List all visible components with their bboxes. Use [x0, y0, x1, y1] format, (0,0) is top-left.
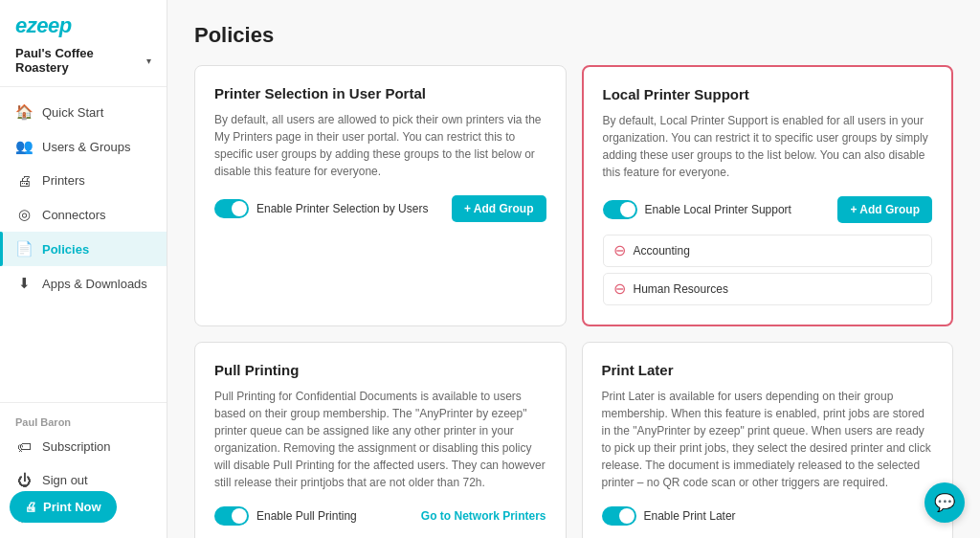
card-footer: Enable Pull Printing Go to Network Print… — [214, 506, 546, 526]
group-list: ⊖ Accounting ⊖ Human Resources — [603, 235, 933, 305]
sidebar-item-label: Subscription — [42, 439, 111, 454]
card-description: By default, Local Printer Support is ena… — [603, 112, 933, 181]
tag-icon: 🏷 — [15, 438, 33, 455]
card-footer: Enable Local Printer Support + Add Group — [603, 196, 933, 223]
sidebar: ezeep Paul's Coffee Roastery ▾ 🏠 Quick S… — [0, 0, 167, 538]
toggle-row: Enable Print Later — [602, 506, 736, 526]
org-selector[interactable]: Paul's Coffee Roastery ▾ — [0, 46, 167, 82]
toggle-row: Enable Local Printer Support — [603, 200, 791, 219]
page-title: Policies — [194, 23, 953, 48]
chat-icon: 💬 — [934, 492, 955, 513]
enable-local-printer-toggle[interactable] — [603, 200, 637, 219]
user-name: Paul Baron — [0, 411, 167, 430]
sidebar-nav: 🏠 Quick Start 👥 Users & Groups 🖨 Printer… — [0, 91, 167, 402]
connectors-icon: ◎ — [15, 206, 33, 223]
print-now-button[interactable]: 🖨 Print Now — [10, 491, 117, 523]
toggle-label: Enable Printer Selection by Users — [256, 202, 428, 215]
group-name: Human Resources — [634, 282, 728, 296]
policies-icon: 📄 — [15, 240, 33, 258]
enable-print-later-toggle[interactable] — [602, 506, 636, 526]
home-icon: 🏠 — [15, 103, 33, 121]
remove-group-icon[interactable]: ⊖ — [613, 243, 626, 258]
printer-icon: 🖨 — [15, 172, 33, 189]
policy-card-print-later: Print Later Print Later is available for… — [582, 342, 954, 538]
print-icon: 🖨 — [25, 500, 37, 514]
chevron-down-icon: ▾ — [146, 56, 151, 66]
toggle-label: Enable Pull Printing — [256, 509, 357, 523]
sidebar-item-quick-start[interactable]: 🏠 Quick Start — [0, 95, 167, 129]
go-to-network-printers-link[interactable]: Go to Network Printers — [421, 509, 546, 523]
card-description: Print Later is available for users depen… — [602, 388, 934, 491]
card-footer: Enable Printer Selection by Users + Add … — [214, 195, 546, 222]
card-title: Local Printer Support — [603, 86, 933, 102]
sidebar-item-connectors[interactable]: ◎ Connectors — [0, 197, 167, 232]
group-name: Accounting — [634, 244, 690, 258]
card-description: By default, all users are allowed to pic… — [214, 111, 546, 180]
chat-fab-button[interactable]: 💬 — [924, 482, 965, 523]
download-icon: ⬇ — [15, 275, 33, 292]
card-footer: Enable Print Later — [602, 506, 934, 526]
toggle-row: Enable Pull Printing — [214, 506, 357, 526]
add-group-button[interactable]: + Add Group — [837, 196, 932, 223]
group-item-human-resources: ⊖ Human Resources — [603, 273, 933, 305]
app-logo: ezeep — [15, 13, 151, 38]
toggle-label: Enable Print Later — [644, 509, 736, 523]
sidebar-item-label: Apps & Downloads — [42, 277, 147, 291]
signout-icon: ⏻ — [15, 472, 33, 488]
sidebar-item-label: Connectors — [42, 208, 105, 222]
policy-card-local-printer-support: Local Printer Support By default, Local … — [582, 65, 954, 326]
sidebar-item-label: Printers — [42, 173, 85, 188]
card-title: Print Later — [602, 362, 934, 378]
sidebar-item-apps-downloads[interactable]: ⬇ Apps & Downloads — [0, 266, 167, 301]
toggle-row: Enable Printer Selection by Users — [214, 199, 428, 218]
card-description: Pull Printing for Confidential Documents… — [214, 388, 546, 491]
sidebar-item-label: Sign out — [42, 473, 88, 487]
policy-grid: Printer Selection in User Portal By defa… — [194, 65, 953, 538]
users-icon: 👥 — [15, 138, 33, 155]
add-group-button[interactable]: + Add Group — [452, 195, 546, 222]
policy-card-printer-selection: Printer Selection in User Portal By defa… — [194, 65, 567, 326]
sidebar-item-users-groups[interactable]: 👥 Users & Groups — [0, 129, 167, 164]
enable-pull-printing-toggle[interactable] — [214, 506, 249, 526]
sidebar-item-label: Users & Groups — [42, 140, 130, 154]
main-content: Policies Printer Selection in User Porta… — [167, 0, 980, 538]
sidebar-item-label: Policies — [42, 242, 89, 257]
org-name: Paul's Coffee Roastery — [15, 46, 146, 75]
sidebar-divider-top — [0, 86, 167, 87]
sidebar-item-policies[interactable]: 📄 Policies — [0, 232, 167, 266]
sidebar-logo-area: ezeep — [0, 0, 167, 46]
print-now-label: Print Now — [43, 500, 101, 514]
toggle-label: Enable Local Printer Support — [645, 203, 791, 216]
sidebar-user-section: Paul Baron 🏷 Subscription ⏻ Sign out — [0, 402, 167, 501]
sidebar-item-label: Quick Start — [42, 105, 103, 120]
card-title: Pull Printing — [214, 362, 546, 378]
card-title: Printer Selection in User Portal — [214, 85, 546, 101]
sidebar-item-printers[interactable]: 🖨 Printers — [0, 164, 167, 197]
policy-card-pull-printing: Pull Printing Pull Printing for Confiden… — [194, 342, 567, 538]
enable-printer-selection-toggle[interactable] — [214, 199, 249, 218]
remove-group-icon[interactable]: ⊖ — [613, 281, 626, 297]
sidebar-item-subscription[interactable]: 🏷 Subscription — [0, 430, 167, 463]
group-item-accounting: ⊖ Accounting — [603, 235, 933, 267]
